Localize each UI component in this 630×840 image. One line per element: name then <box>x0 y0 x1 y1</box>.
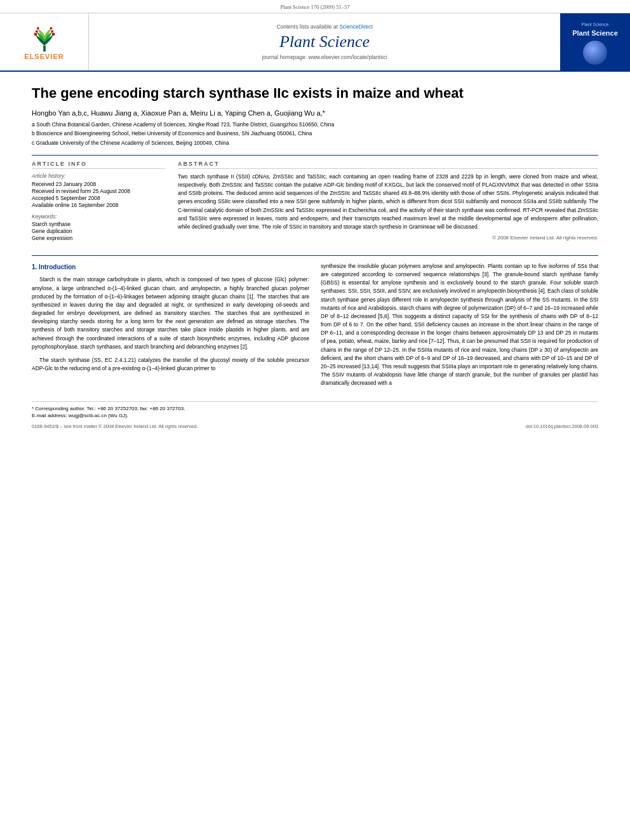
svg-point-6 <box>50 27 52 29</box>
keyword-2: Gene duplication <box>32 228 165 234</box>
svg-point-5 <box>36 27 39 29</box>
intro-paragraph-2: The starch synthase (SS, EC 2.4.1.21) ca… <box>32 356 309 373</box>
article-info-heading: Article info <box>32 161 165 169</box>
elsevier-tree-icon <box>29 24 60 53</box>
footnotes: * Corresponding author. Tel.: +86 20 372… <box>32 401 598 418</box>
journal-homepage: journal homepage: www.elsevier.com/locat… <box>262 54 387 60</box>
received-date: Received 23 January 2008 <box>32 181 165 187</box>
ps-badge-top-text: Plant Science <box>578 20 613 28</box>
affiliation-b: b Bioscience and Bioengineering School, … <box>32 130 598 138</box>
affiliation-a: a South China Botanical Garden, Chinese … <box>32 121 598 129</box>
elsevier-logo: ELSEVIER <box>24 24 64 60</box>
svg-rect-0 <box>43 45 46 51</box>
copyright-line: © 2008 Elsevier Ireland Ltd. All rights … <box>178 235 598 241</box>
article-footer: 0168-9452/$ – see front matter © 2008 El… <box>32 423 598 429</box>
elsevier-logo-area: ELSEVIER <box>0 13 89 70</box>
body-content: 1. Introduction Starch is the main stora… <box>32 262 598 393</box>
issn-text: 0168-9452/$ – see front matter © 2008 El… <box>32 423 198 429</box>
body-left-column: 1. Introduction Starch is the main stora… <box>32 262 309 393</box>
elsevier-wordmark: ELSEVIER <box>24 53 64 60</box>
accepted-date: Accepted 5 September 2008 <box>32 195 165 201</box>
journal-reference: Plant Science 176 (2009) 51–57 <box>280 4 349 10</box>
keywords-block: Keywords: Starch synthase Gene duplicati… <box>32 213 165 241</box>
divider-line-2 <box>32 255 598 256</box>
keyword-1: Starch synthase <box>32 221 165 227</box>
keywords-label: Keywords: <box>32 213 165 220</box>
abstract-heading: Abstract <box>178 161 598 169</box>
contents-available: Contents lists available at ScienceDirec… <box>276 23 372 30</box>
keyword-3: Gene expression <box>32 235 165 241</box>
corresponding-author-note: * Corresponding author. Tel.: +86 20 372… <box>32 406 598 411</box>
svg-point-4 <box>51 30 53 32</box>
revised-date: Received in revised form 25 August 2008 <box>32 188 165 194</box>
article-body: The gene encoding starch synthase IIc ex… <box>0 72 630 442</box>
sciencedirect-link[interactable]: ScienceDirect <box>339 23 372 30</box>
right-col-paragraph-1: synthesize the insoluble glucan polymers… <box>321 262 598 388</box>
svg-point-3 <box>35 30 37 32</box>
plant-science-badge: Plant Science Plant Science <box>560 13 630 70</box>
body-right-column: synthesize the insoluble glucan polymers… <box>321 262 598 393</box>
ps-badge-title: Plant Science <box>568 28 622 38</box>
intro-paragraph-1: Starch is the main storage carbohydrate … <box>32 276 309 351</box>
affiliations: a South China Botanical Garden, Chinese … <box>32 121 598 147</box>
journal-title-banner: Plant Science <box>279 32 370 51</box>
intro-heading: 1. Introduction <box>32 262 309 272</box>
banner-center: Contents lists available at ScienceDirec… <box>89 13 560 70</box>
abstract-text: Two starch synthase II (SSII) cDNAs, ZmS… <box>178 173 598 231</box>
elsevier-banner: ELSEVIER Contents lists available at Sci… <box>0 13 630 72</box>
divider-line <box>32 155 598 156</box>
history-label: Article history: <box>32 173 165 179</box>
email-note: E-mail address: wugj@scib.ac.cn (Wu GJ). <box>32 413 598 418</box>
info-abstract-section: Article info Article history: Received 2… <box>32 161 598 246</box>
authors: Hongbo Yan a,b,c, Huawu Jiang a, Xiaoxue… <box>32 109 598 117</box>
available-date: Available online 16 September 2008 <box>32 202 165 208</box>
doi-text: doi:10.1016/j.plantsci.2008.09.003 <box>526 423 598 429</box>
journal-header: Plant Science 176 (2009) 51–57 <box>0 0 630 13</box>
svg-point-1 <box>34 32 37 36</box>
article-history-block: Article history: Received 23 January 200… <box>32 173 165 208</box>
authors-text: Hongbo Yan a,b,c, Huawu Jiang a, Xiaoxue… <box>32 109 325 117</box>
article-info-column: Article info Article history: Received 2… <box>32 161 165 246</box>
article-title: The gene encoding starch synthase IIc ex… <box>32 84 598 103</box>
abstract-column: Abstract Two starch synthase II (SSII) c… <box>178 161 598 246</box>
svg-point-2 <box>51 32 55 36</box>
ps-badge-circle-icon <box>583 41 607 65</box>
affiliation-c: c Graduate University of the Chinese Aca… <box>32 139 598 147</box>
